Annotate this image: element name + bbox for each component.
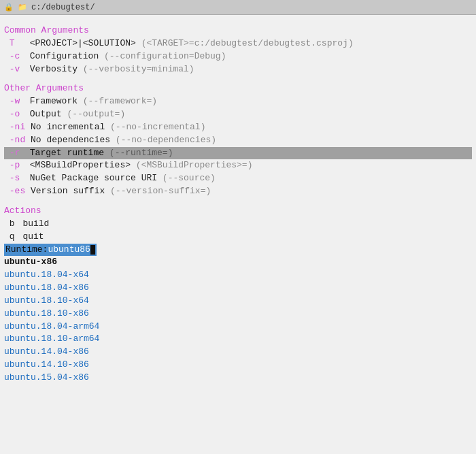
completion-item[interactable]: ubuntu.18.04-x86 [4, 282, 472, 295]
title-path: c:/debugtest/ [31, 3, 95, 12]
common-arg-t: T <PROJECT>|<SOLUTION> (<TARGET>=c:/debu… [4, 37, 472, 50]
other-arg-nd: -nd No dependencies (--no-dependencies) [4, 134, 472, 147]
completion-item[interactable]: ubuntu.14.04-x86 [4, 346, 472, 359]
text-cursor [90, 245, 95, 255]
completions-list: ubuntu-x86 ubuntu.18.04-x64 ubuntu.18.04… [4, 256, 472, 384]
other-arg-r-highlighted: -r Target runtime (--runtime=) [4, 147, 472, 160]
runtime-label: Runtime: [5, 244, 48, 257]
action-b: b build [4, 218, 472, 231]
common-args-header: Common Arguments [4, 25, 472, 37]
completion-item[interactable]: ubuntu.18.04-x64 [4, 269, 472, 282]
title-bar: 🔒 📁 c:/debugtest/ [0, 0, 476, 15]
other-arg-w: -w Framework (--framework=) [4, 95, 472, 108]
completion-item[interactable]: ubuntu.18.10-x86 [4, 308, 472, 321]
folder-icon: 📁 [18, 3, 27, 12]
lock-icon: 🔒 [4, 3, 14, 12]
runtime-input-line[interactable]: Runtime: ubuntu86 [4, 244, 97, 257]
other-arg-o: -o Output (--output=) [4, 108, 472, 121]
other-arg-ni: -ni No incremental (--no-incremental) [4, 121, 472, 134]
common-arg-v: -v Verbosity (--verbosity=minimal) [4, 63, 472, 76]
content-area: Common Arguments T <PROJECT>|<SOLUTION> … [0, 15, 476, 387]
common-arg-c: -c Configuration (--configuration=Debug) [4, 50, 472, 63]
runtime-value[interactable]: ubuntu86 [48, 244, 90, 257]
completion-item[interactable]: ubuntu.15.04-x86 [4, 372, 472, 385]
completion-item[interactable]: ubuntu.18.10-arm64 [4, 333, 472, 346]
completion-item[interactable]: ubuntu.14.10-x86 [4, 359, 472, 372]
action-q: q quit [4, 231, 472, 244]
other-arg-s: -s NuGet Package source URI (--source) [4, 172, 472, 185]
completion-item[interactable]: ubuntu.18.04-arm64 [4, 321, 472, 334]
terminal: 🔒 📁 c:/debugtest/ Common Arguments T <PR… [0, 0, 476, 454]
other-arg-p: -p <MSBuildProperties> (<MSBuildProperti… [4, 159, 472, 172]
actions-header: Actions [4, 205, 472, 218]
completion-item[interactable]: ubuntu.18.10-x64 [4, 295, 472, 308]
completion-item-selected[interactable]: ubuntu-x86 [4, 256, 472, 269]
other-arg-es: -es Version suffix (--version-suffix=) [4, 185, 472, 198]
other-args-header: Other Arguments [4, 82, 472, 95]
